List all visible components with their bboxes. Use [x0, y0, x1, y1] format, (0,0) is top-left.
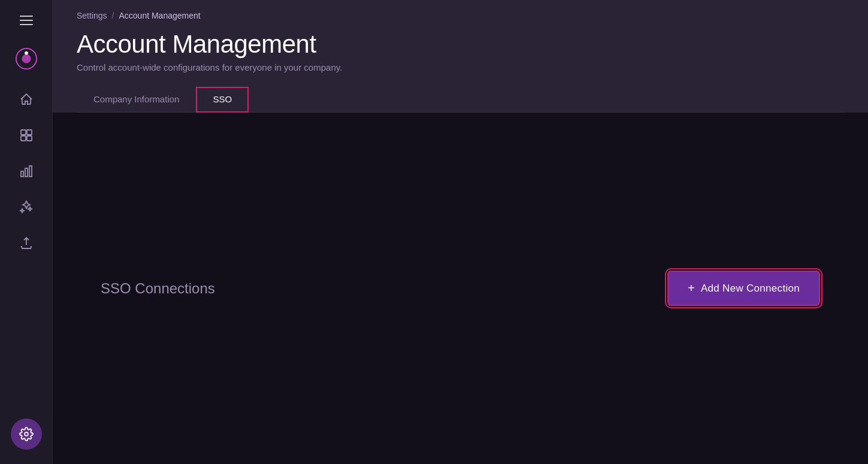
svg-rect-4 [27, 130, 32, 135]
sidebar-item-ai[interactable] [11, 192, 42, 223]
svg-rect-9 [29, 166, 32, 177]
logo [13, 46, 40, 72]
sidebar-nav [0, 84, 52, 418]
breadcrumb: Settings / Account Management [77, 0, 844, 25]
svg-rect-7 [21, 171, 23, 177]
svg-rect-6 [27, 136, 32, 141]
svg-point-1 [22, 54, 31, 63]
plus-icon: + [688, 281, 695, 295]
tab-sso[interactable]: SSO [196, 87, 249, 113]
breadcrumb-settings[interactable]: Settings [77, 11, 107, 20]
breadcrumb-separator: / [112, 11, 114, 20]
sso-content: SSO Connections + Add New Connection [53, 113, 868, 464]
tab-company-information[interactable]: Company Information [77, 87, 196, 113]
breadcrumb-current: Account Management [119, 11, 200, 20]
sidebar-item-analytics[interactable] [11, 156, 42, 187]
header: Settings / Account Management Account Ma… [53, 0, 868, 113]
sidebar-item-home[interactable] [11, 84, 42, 115]
page-title: Account Management [77, 25, 844, 62]
tabs: Company Information SSO [77, 87, 844, 113]
add-connection-label: Add New Connection [701, 283, 800, 295]
settings-button[interactable] [11, 418, 42, 450]
sso-connections-label: SSO Connections [101, 280, 215, 297]
svg-rect-5 [21, 136, 26, 141]
sidebar [0, 0, 53, 464]
sidebar-item-upload[interactable] [11, 228, 42, 259]
add-new-connection-button[interactable]: + Add New Connection [667, 271, 820, 306]
menu-toggle[interactable] [13, 7, 40, 34]
svg-point-2 [25, 51, 28, 55]
svg-rect-8 [25, 168, 28, 177]
page-subtitle: Control account-wide configurations for … [77, 62, 844, 87]
sidebar-item-objects[interactable] [11, 120, 42, 151]
main-content: Settings / Account Management Account Ma… [53, 0, 868, 464]
svg-point-10 [25, 432, 28, 436]
svg-rect-3 [21, 130, 26, 135]
